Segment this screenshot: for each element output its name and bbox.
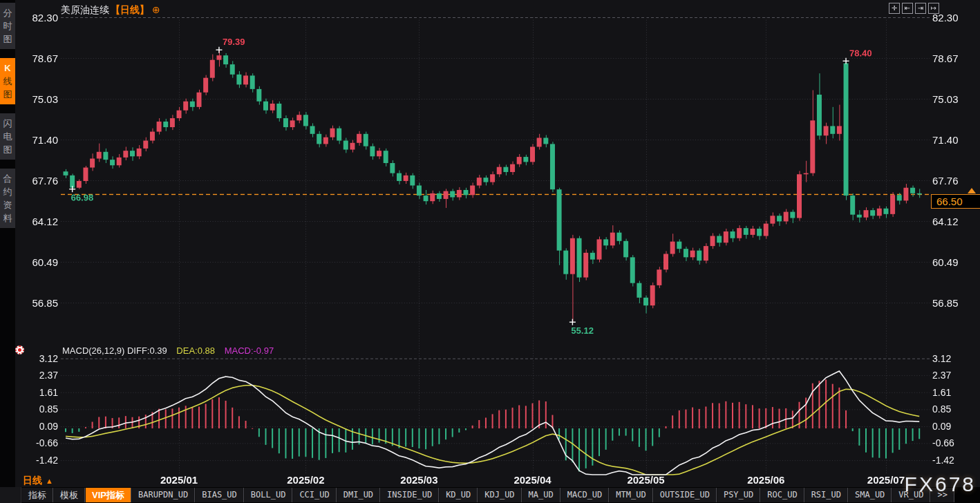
tab-indicators[interactable]: 指标 <box>21 488 53 502</box>
sidebar-item-label-char: 图 <box>0 88 15 101</box>
chart-canvas[interactable] <box>0 0 980 503</box>
tab-bias-ud[interactable]: BIAS_UD <box>195 488 244 502</box>
price-axis-label: 82.30 <box>14 12 58 23</box>
period-label: 日线 <box>23 475 42 486</box>
macd-axis-label: 1.61 <box>932 387 977 398</box>
watermark: FX678 <box>905 473 976 496</box>
sidebar-item-label-char: 图 <box>0 143 15 156</box>
sidebar-item-label-char: 图 <box>0 32 15 46</box>
crosshair-tool-icon[interactable]: ✛ <box>889 3 900 14</box>
macd-axis-label: 0.85 <box>14 404 58 415</box>
tab-mtm-ud[interactable]: MTM_UD <box>609 488 652 502</box>
price-axis-label: 56.85 <box>14 297 58 309</box>
price-axis-label: 71.40 <box>932 134 977 146</box>
tab-outside-ud[interactable]: OUTSIDE_UD <box>653 488 717 502</box>
macd-axis-label: 0.09 <box>14 421 58 432</box>
price-axis-label: 60.49 <box>932 256 977 268</box>
tab-dmi-ud[interactable]: DMI_UD <box>337 488 380 502</box>
price-axis-label: 64.12 <box>932 216 977 227</box>
sidebar-item-label-char: 约 <box>0 185 15 198</box>
price-axis-label: 82.30 <box>932 12 977 23</box>
macd-axis-label: 3.12 <box>14 353 58 364</box>
macd-axis-label: -0.66 <box>14 437 58 448</box>
price-axis-label: 64.12 <box>14 216 58 227</box>
x-axis-scale-icon[interactable]: ⇥ <box>915 3 926 14</box>
sidebar-item-label-char: 时 <box>0 19 15 32</box>
tab-macd-ud[interactable]: MACD_UD <box>560 488 610 502</box>
tab-ma-ud[interactable]: MA_UD <box>522 488 560 502</box>
price-axis-label: 60.49 <box>14 256 58 268</box>
sidebar-item-kline-chart[interactable]: K线图 <box>0 58 15 104</box>
tab-barupdn-ud[interactable]: BARUPDN_UD <box>131 488 195 502</box>
sidebar-item-label-char: 合 <box>0 172 15 185</box>
macd-axis-label: -0.66 <box>932 437 977 448</box>
trading-app-window: 分时图K线图闪电图合约资料 美原油连续【日线】⊕ ✛⇤⇥↦ MACD(26,12… <box>0 0 980 503</box>
tab-psy-ud[interactable]: PSY_UD <box>717 488 760 502</box>
sidebar-item-label-char: 料 <box>0 211 15 225</box>
macd-axis-label: 1.61 <box>14 387 58 398</box>
symbol-name: 美原油连续 <box>61 4 109 15</box>
macd-axis-label: -1.42 <box>14 455 58 466</box>
tab-vip-indicators[interactable]: VIP指标 <box>85 488 131 502</box>
x-axis-label: 2025/04 <box>504 474 562 486</box>
tab-inside-ud[interactable]: INSIDE_UD <box>380 488 439 502</box>
x-axis-label: 2025/01 <box>150 474 208 486</box>
chart-title: 美原油连续【日线】⊕ <box>61 4 160 17</box>
y-axis-scale-icon[interactable]: ⇤ <box>902 3 913 14</box>
macd-axis-label: 0.09 <box>932 421 977 432</box>
triangle-up-icon: ▲ <box>46 477 53 485</box>
sidebar-item-contract-info[interactable]: 合约资料 <box>0 169 15 228</box>
macd-axis-label: 2.37 <box>932 370 977 381</box>
macd-title: MACD(26,12,9) <box>62 345 124 356</box>
tab-cci-ud[interactable]: CCI_UD <box>292 488 336 502</box>
plus-circle-icon[interactable]: ⊕ <box>152 4 160 15</box>
price-axis-label: 71.40 <box>14 134 58 146</box>
macd-dea-value: DEA:0.88 <box>176 345 215 356</box>
macd-axis-label: 3.12 <box>932 353 977 364</box>
macd-macd-value: MACD:-0.97 <box>225 345 274 356</box>
price-arrow-icon <box>968 188 976 193</box>
current-price-tag: 66.50 <box>931 194 980 209</box>
x-axis-label: 2025/05 <box>617 474 675 486</box>
tab-kdj-ud[interactable]: KDJ_UD <box>478 488 521 502</box>
period-selector[interactable]: 日线▲ <box>23 475 53 487</box>
price-axis-label: 75.03 <box>14 93 58 105</box>
sidebar-item-minute-chart[interactable]: 分时图 <box>0 3 15 49</box>
sidebar-item-label-char: 资 <box>0 198 15 211</box>
price-axis-label: 56.85 <box>932 297 977 309</box>
price-axis-label: 67.76 <box>14 175 58 187</box>
tab-kd-ud[interactable]: KD_UD <box>439 488 478 502</box>
sidebar-item-label-char: 电 <box>0 130 15 143</box>
tab-templates[interactable]: 模板 <box>53 488 85 502</box>
x-axis-label: 2025/03 <box>390 474 448 486</box>
sidebar-item-label-char: 分 <box>0 6 15 19</box>
sidebar: 分时图K线图闪电图合约资料 <box>0 0 15 503</box>
tab-roc-ud[interactable]: ROC_UD <box>760 488 804 502</box>
price-axis-label: 78.67 <box>14 53 58 64</box>
tab-boll-ud[interactable]: BOLL_UD <box>244 488 293 502</box>
x-axis-label: 2025/02 <box>276 474 334 486</box>
sidebar-item-label-char: K <box>0 61 15 75</box>
tabbar-corner <box>0 487 21 503</box>
macd-axis-label: 0.85 <box>932 404 977 415</box>
macd-header: MACD(26,12,9) DIFF:0.39 DEA:0.88 MACD:-0… <box>62 345 274 356</box>
macd-axis-label: 2.37 <box>14 370 58 381</box>
tab-sma-ud[interactable]: SMA_UD <box>848 488 892 502</box>
macd-axis-label: -1.42 <box>932 455 977 466</box>
price-axis-label: 75.03 <box>932 93 977 105</box>
x-axis-label: 2025/06 <box>737 474 795 486</box>
sidebar-item-label-char: 闪 <box>0 117 15 130</box>
sidebar-item-lightning-chart[interactable]: 闪电图 <box>0 113 15 160</box>
indicator-tab-bar: 指标模板VIP指标BARUPDN_UDBIAS_UDBOLL_UDCCI_UDD… <box>0 487 980 503</box>
period-badge: 【日线】 <box>111 4 149 15</box>
tab-rsi-ud[interactable]: RSI_UD <box>804 488 848 502</box>
price-axis-label: 78.67 <box>932 53 977 64</box>
sidebar-item-label-char: 线 <box>0 75 15 88</box>
price-axis-label: 67.76 <box>932 175 977 187</box>
macd-diff-value: DIFF:0.39 <box>127 345 167 356</box>
